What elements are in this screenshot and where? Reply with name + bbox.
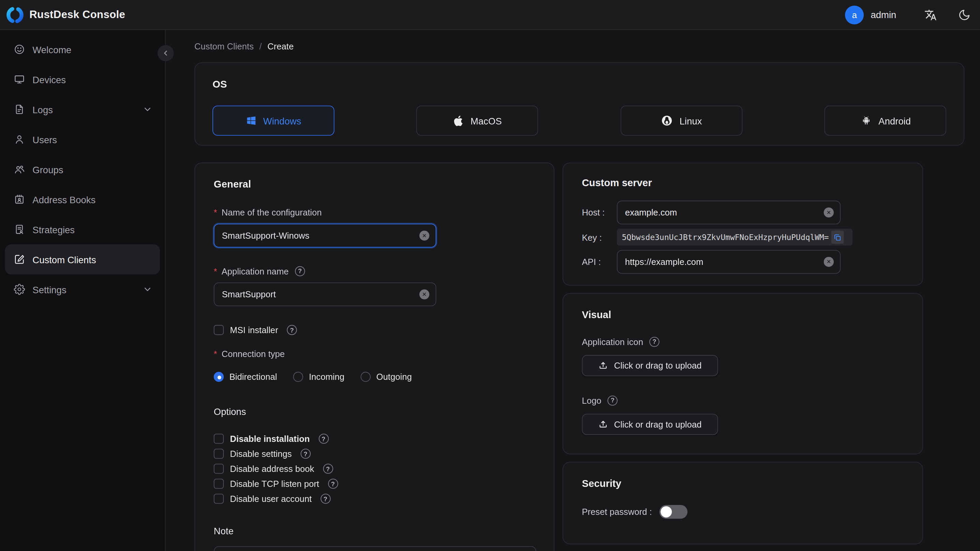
visual-title: Visual bbox=[582, 309, 904, 321]
sidebar-item-welcome[interactable]: Welcome bbox=[5, 34, 160, 64]
host-input[interactable] bbox=[617, 201, 840, 224]
windows-icon bbox=[245, 115, 257, 126]
help-icon[interactable]: ? bbox=[295, 266, 305, 276]
note-textarea[interactable] bbox=[214, 546, 536, 551]
monitor-icon bbox=[14, 74, 25, 85]
avatar: a bbox=[845, 5, 864, 24]
radio-incoming[interactable]: Incoming bbox=[293, 372, 344, 382]
disable-address-book-checkbox[interactable] bbox=[214, 464, 224, 474]
clear-icon[interactable]: ✕ bbox=[419, 290, 429, 299]
config-name-field: ✕ bbox=[214, 224, 436, 248]
radio-outgoing[interactable]: Outgoing bbox=[361, 372, 412, 382]
help-icon[interactable]: ? bbox=[608, 395, 617, 405]
sidebar-item-label: Address Books bbox=[32, 194, 95, 205]
general-section: General * Name of the configuration ✕ * … bbox=[194, 162, 554, 551]
radio-bidirectional[interactable]: Bidirectional bbox=[214, 372, 277, 382]
upload-button-label: Click or drag to upload bbox=[614, 361, 702, 371]
key-label: Key : bbox=[582, 232, 617, 242]
dark-mode-icon[interactable] bbox=[958, 8, 971, 21]
sidebar-item-devices[interactable]: Devices bbox=[5, 64, 160, 94]
disable-tcp-listen-port-checkbox[interactable] bbox=[214, 479, 224, 489]
config-name-input[interactable] bbox=[215, 225, 436, 247]
help-icon[interactable]: ? bbox=[649, 337, 659, 347]
sidebar-item-address-books[interactable]: Address Books bbox=[5, 185, 160, 215]
application-name-label: * Application name ? bbox=[214, 266, 535, 277]
clear-icon[interactable]: ✕ bbox=[824, 257, 834, 267]
note-label: Note bbox=[214, 525, 535, 537]
clear-icon[interactable]: ✕ bbox=[824, 208, 834, 218]
os-option-macos[interactable]: MacOS bbox=[416, 106, 538, 136]
breadcrumb-parent[interactable]: Custom Clients bbox=[194, 41, 254, 51]
preset-password-label: Preset password : bbox=[582, 507, 652, 517]
os-option-windows[interactable]: Windows bbox=[212, 106, 334, 136]
breadcrumb-separator: / bbox=[259, 41, 262, 51]
user-icon bbox=[14, 134, 25, 145]
key-value: 5Qbwsde3unUcJBtrx9ZkvUmwFNoExHzpryHuPUdq… bbox=[622, 233, 829, 242]
android-icon bbox=[860, 114, 872, 127]
sidebar-item-groups[interactable]: Groups bbox=[5, 154, 160, 185]
linux-icon bbox=[661, 114, 673, 127]
toggle-knob bbox=[660, 506, 672, 518]
msi-installer-row: MSI installer ? bbox=[214, 325, 535, 335]
logo-upload-button[interactable]: Click or drag to upload bbox=[582, 414, 718, 435]
os-option-label: Android bbox=[878, 115, 911, 126]
application-name-input[interactable] bbox=[215, 283, 436, 306]
user-menu[interactable]: a admin bbox=[845, 5, 896, 24]
sidebar-item-settings[interactable]: Settings bbox=[5, 274, 160, 304]
clear-icon[interactable]: ✕ bbox=[419, 231, 429, 240]
chevron-left-icon bbox=[161, 49, 170, 57]
custom-server-title: Custom server bbox=[582, 177, 904, 190]
general-title: General bbox=[214, 178, 535, 191]
option-disable-address-book: Disable address book ? bbox=[214, 464, 535, 474]
os-option-android[interactable]: Android bbox=[824, 106, 946, 136]
help-icon[interactable]: ? bbox=[287, 325, 297, 335]
help-icon[interactable]: ? bbox=[323, 464, 333, 474]
sidebar-item-users[interactable]: Users bbox=[5, 124, 160, 154]
application-icon-upload-button[interactable]: Click or drag to upload bbox=[582, 355, 718, 376]
option-disable-user-account: Disable user account ? bbox=[214, 494, 535, 503]
preset-password-toggle[interactable] bbox=[659, 505, 687, 519]
smiley-icon bbox=[14, 44, 25, 55]
connection-type-label: * Connection type bbox=[214, 348, 535, 359]
help-icon[interactable]: ? bbox=[301, 449, 310, 459]
disable-settings-checkbox[interactable] bbox=[214, 449, 224, 459]
help-icon[interactable]: ? bbox=[321, 494, 331, 503]
username: admin bbox=[870, 9, 896, 20]
logo-label: Logo ? bbox=[582, 395, 904, 406]
os-option-linux[interactable]: Linux bbox=[620, 106, 742, 136]
rustdesk-console-app: RustDesk Console a admin bbox=[0, 0, 980, 551]
breadcrumb-current: Create bbox=[267, 41, 294, 51]
api-field: ✕ bbox=[617, 250, 840, 274]
disable-user-account-checkbox[interactable] bbox=[214, 494, 224, 503]
msi-installer-label: MSI installer bbox=[230, 325, 278, 335]
disable-installation-checkbox[interactable] bbox=[214, 434, 224, 444]
sidebar-item-label: Users bbox=[32, 134, 57, 145]
radio-icon bbox=[214, 372, 224, 382]
help-icon[interactable]: ? bbox=[318, 434, 328, 444]
api-input[interactable] bbox=[617, 251, 840, 273]
sidebar-item-strategies[interactable]: Strategies bbox=[5, 215, 160, 244]
breadcrumb: Custom Clients / Create bbox=[194, 41, 965, 51]
users-icon bbox=[14, 164, 25, 175]
config-name-label: * Name of the configuration bbox=[214, 207, 535, 218]
address-book-icon bbox=[14, 194, 25, 205]
custom-server-section: Custom server Host : ✕ Key : bbox=[563, 162, 923, 286]
option-disable-settings: Disable settings ? bbox=[214, 449, 535, 459]
help-icon[interactable]: ? bbox=[328, 479, 338, 489]
sidebar-collapse-button[interactable] bbox=[158, 45, 174, 61]
preset-password-row: Preset password : bbox=[582, 505, 904, 519]
chevron-down-icon bbox=[143, 284, 153, 294]
edit-icon bbox=[14, 254, 25, 265]
radio-icon bbox=[293, 372, 303, 382]
sidebar: Welcome Devices Logs bbox=[0, 30, 166, 551]
sidebar-item-label: Welcome bbox=[32, 44, 71, 54]
upload-icon bbox=[598, 361, 608, 371]
translate-icon[interactable] bbox=[924, 8, 937, 21]
key-row: Key : 5Qbwsde3unUcJBtrx9ZkvUmwFNoExHzpry… bbox=[582, 229, 904, 245]
apple-icon bbox=[453, 115, 465, 126]
msi-installer-checkbox[interactable] bbox=[214, 325, 224, 335]
sidebar-item-custom-clients[interactable]: Custom Clients bbox=[5, 244, 160, 274]
sidebar-item-logs[interactable]: Logs bbox=[5, 94, 160, 124]
os-section: OS Windows MacOS bbox=[194, 62, 964, 146]
copy-icon[interactable] bbox=[831, 231, 844, 244]
